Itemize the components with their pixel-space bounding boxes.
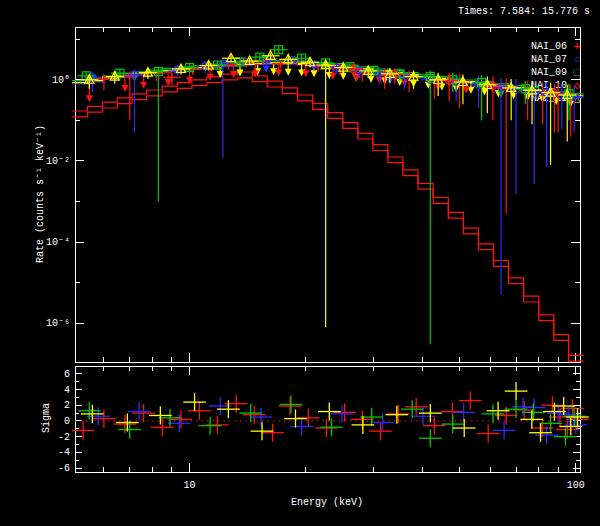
legend-label: NAI_09 <box>531 67 567 78</box>
tick-label: 10 <box>184 480 196 491</box>
tick-label: 6 <box>64 369 70 380</box>
series-points-NAI_11 <box>80 51 576 327</box>
rate-ticks: 10⁰10⁻²10⁻⁴10⁻⁶ <box>46 39 580 329</box>
tick-label: 0 <box>64 416 70 427</box>
sigma-points-NAI_06 <box>72 392 589 443</box>
model-NAI_07_model <box>72 64 583 97</box>
sigma-ticks: 6420-2-4-6 <box>58 369 580 474</box>
sigma-points-NAI_11 <box>81 382 589 442</box>
series-points-NAI_07 <box>83 55 583 295</box>
legend-item-nai11: NAI_11△ <box>531 92 585 105</box>
plot-svg: 1010010⁰10⁻²10⁻⁴10⁻⁶6420-2-4-6 <box>0 0 600 526</box>
plus-marker-icon: + <box>569 41 585 53</box>
sigma-points-NAI_07 <box>87 397 587 444</box>
tick-label: 100 <box>567 480 585 491</box>
tick-label: 4 <box>64 385 70 396</box>
tick-label: 10⁰ <box>52 75 70 86</box>
square-marker-icon: □ <box>569 67 585 79</box>
tick-label: -2 <box>58 432 70 443</box>
sigma-axis-label: Sigma <box>41 403 52 433</box>
diamond-marker-icon: ◇ <box>569 79 585 92</box>
tick-label: 10⁻⁶ <box>46 318 70 329</box>
triangle-marker-icon: △ <box>569 92 585 105</box>
model-NAI_06_model <box>72 72 583 355</box>
plot-title-times: Times: 7.584: 15.776 s <box>458 6 590 17</box>
model-NAI_10_model <box>72 78 583 361</box>
x-ticks: 10100 <box>104 27 585 491</box>
series-points-NAI_06 <box>95 57 580 214</box>
legend-item-nai06: NAI_06+ <box>531 40 585 53</box>
tick-label: 10⁻⁴ <box>46 237 70 248</box>
detector-legend: NAI_06+ NAI_07○ NAI_09□ NAI_10◇ NAI_11△ <box>531 40 585 105</box>
legend-label: NAI_10 <box>531 80 567 91</box>
circle-marker-icon: ○ <box>569 54 585 66</box>
legend-item-nai10: NAI_10◇ <box>531 79 585 92</box>
tick-label: -6 <box>58 463 70 474</box>
model-histograms <box>72 61 583 361</box>
axes <box>75 27 580 472</box>
model-NAI_11_model <box>72 63 583 96</box>
model-NAI_09_model <box>72 61 583 94</box>
legend-item-nai09: NAI_09□ <box>531 66 585 79</box>
tick-label: 2 <box>64 400 70 411</box>
series-points-NAI_09 <box>77 46 578 345</box>
upper-limit-arrows <box>85 63 574 107</box>
rate-axis-label: Rate (counts s⁻¹ keV⁻¹) <box>34 125 46 263</box>
legend-label: NAI_11 <box>531 93 567 104</box>
energy-axis-label: Energy (keV) <box>291 497 363 508</box>
sigma-points-NAI_09 <box>78 395 586 447</box>
legend-label: NAI_07 <box>531 54 567 65</box>
legend-label: NAI_06 <box>531 41 567 52</box>
plot-window: NAI_06+ NAI_07○ NAI_09□ NAI_10◇ NAI_11△ … <box>0 0 600 526</box>
tick-label: -4 <box>58 447 70 458</box>
tick-label: 10⁻² <box>46 156 70 167</box>
legend-item-nai07: NAI_07○ <box>531 53 585 66</box>
